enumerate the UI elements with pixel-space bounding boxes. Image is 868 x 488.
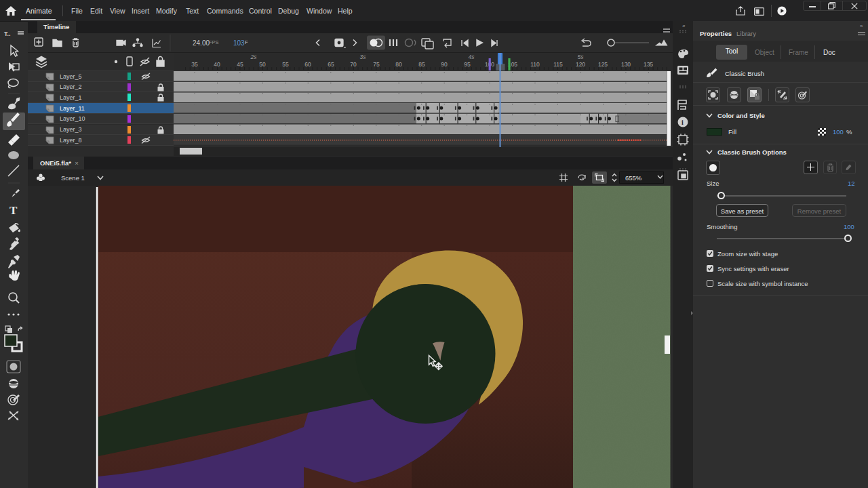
svg-text:24.00: 24.00 — [193, 39, 210, 47]
svg-text:5s: 5s — [578, 54, 585, 60]
svg-text:T: T — [9, 204, 18, 217]
svg-text:85: 85 — [418, 61, 425, 68]
svg-text:60: 60 — [304, 61, 311, 68]
svg-text:55: 55 — [282, 61, 289, 68]
svg-text:80: 80 — [395, 61, 402, 68]
svg-text:70: 70 — [350, 61, 357, 68]
svg-text:110: 110 — [530, 61, 540, 68]
svg-text:3s: 3s — [360, 54, 367, 60]
svg-text:4s: 4s — [469, 54, 475, 60]
svg-text:95: 95 — [464, 61, 471, 68]
svg-text:45: 45 — [237, 61, 243, 68]
svg-text:50: 50 — [259, 61, 266, 68]
svg-text:130: 130 — [621, 61, 631, 68]
svg-text:T..: T.. — [4, 30, 11, 37]
svg-text:2s: 2s — [250, 54, 258, 60]
svg-text:115: 115 — [553, 61, 563, 68]
svg-text:«: « — [682, 23, 686, 29]
svg-text:135: 135 — [644, 61, 653, 68]
svg-text:125: 125 — [598, 61, 608, 68]
svg-text:i: i — [682, 119, 684, 126]
svg-text:120: 120 — [576, 61, 585, 68]
svg-text:103: 103 — [233, 39, 245, 47]
svg-text:65: 65 — [328, 61, 334, 68]
svg-text:90: 90 — [441, 61, 448, 68]
svg-text:75: 75 — [373, 61, 380, 68]
svg-text:FPS: FPS — [209, 39, 219, 45]
svg-text:40: 40 — [214, 61, 220, 68]
svg-text:35: 35 — [191, 61, 198, 68]
svg-text:F: F — [245, 39, 248, 45]
